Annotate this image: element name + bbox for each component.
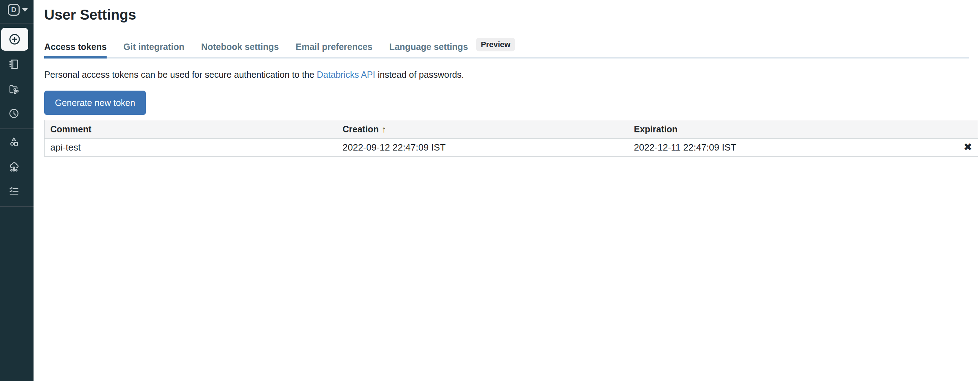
column-header-creation-label: Creation xyxy=(343,124,379,134)
tab-language-settings[interactable]: Language settings xyxy=(389,41,468,57)
sidebar-divider xyxy=(0,128,33,129)
token-creation-cell: 2022-09-12 22:47:09 IST xyxy=(337,139,628,156)
token-comment-cell: api-test xyxy=(45,139,337,156)
plus-circle-icon xyxy=(8,33,21,46)
delete-token-icon[interactable]: ✖ xyxy=(964,141,972,153)
chevron-down-icon xyxy=(22,8,28,12)
token-expiration-cell: 2022-12-11 22:47:09 IST xyxy=(628,139,950,156)
main-content: User Settings Access tokens Git integrat… xyxy=(33,0,980,156)
column-header-actions xyxy=(950,120,978,139)
sidebar-divider xyxy=(0,23,33,24)
databricks-api-link[interactable]: Databricks API xyxy=(317,70,375,80)
tokens-table-header-row: Comment Creation↑ Expiration xyxy=(45,120,978,139)
notebook-icon xyxy=(8,59,20,70)
sidebar-item-workflows[interactable] xyxy=(8,185,20,196)
page-title: User Settings xyxy=(44,0,978,23)
intro-text: Personal access tokens can be used for s… xyxy=(44,69,978,80)
settings-tabs: Access tokens Git integration Notebook s… xyxy=(44,38,969,59)
intro-text-after: instead of passwords. xyxy=(375,70,464,80)
column-header-creation[interactable]: Creation↑ xyxy=(337,120,628,139)
tokens-table: Comment Creation↑ Expiration api-test 20… xyxy=(44,120,978,156)
workspace-switcher[interactable]: D xyxy=(8,4,28,16)
sidebar-item-repos[interactable] xyxy=(8,83,20,95)
preview-badge: Preview xyxy=(476,38,515,51)
tab-access-tokens[interactable]: Access tokens xyxy=(44,41,107,57)
tab-email-preferences[interactable]: Email preferences xyxy=(296,41,372,57)
sidebar: D xyxy=(0,0,33,381)
token-table-row: api-test 2022-09-12 22:47:09 IST 2022-12… xyxy=(45,139,978,156)
intro-text-before: Personal access tokens can be used for s… xyxy=(44,70,317,80)
sidebar-item-recents[interactable] xyxy=(8,108,20,119)
cloud-cluster-icon xyxy=(8,161,20,173)
sidebar-item-compute[interactable] xyxy=(8,161,20,173)
sort-ascending-icon: ↑ xyxy=(382,124,386,134)
databricks-logo-icon: D xyxy=(8,4,20,16)
checklist-icon xyxy=(8,185,20,196)
folder-branch-icon xyxy=(8,83,20,95)
token-actions-cell: ✖ xyxy=(950,139,978,156)
tab-notebook-settings[interactable]: Notebook settings xyxy=(201,41,279,57)
sidebar-item-workspace[interactable] xyxy=(8,59,20,70)
generate-token-button[interactable]: Generate new token xyxy=(44,91,146,115)
clock-icon xyxy=(8,108,20,119)
sidebar-item-data[interactable] xyxy=(8,136,20,147)
tab-git-integration[interactable]: Git integration xyxy=(123,41,185,57)
column-header-comment[interactable]: Comment xyxy=(45,120,337,139)
sidebar-divider xyxy=(0,206,33,207)
column-header-expiration[interactable]: Expiration xyxy=(628,120,950,139)
shapes-icon xyxy=(8,136,20,147)
sidebar-item-create[interactable] xyxy=(1,28,28,51)
